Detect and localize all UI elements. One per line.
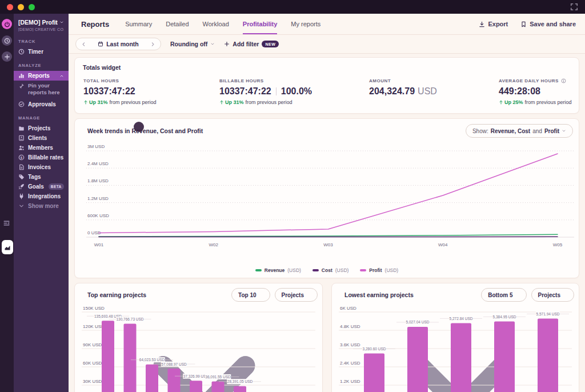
sidebar-item-label: Approvals xyxy=(28,101,56,107)
svg-text:90K USD: 90K USD xyxy=(83,342,102,347)
legend-swatch xyxy=(312,269,319,271)
tab-summary[interactable]: Summary xyxy=(125,14,152,34)
sidebar-item-members[interactable]: Members xyxy=(14,143,69,153)
show-mid: and xyxy=(532,128,542,134)
folder-icon xyxy=(18,125,25,131)
show-series-2: Profit xyxy=(544,128,559,134)
sidebar-nav: TRACKTimerANALYZEReportsPin your reports… xyxy=(14,39,69,211)
sidebar: [DEMO] Profita... [DEMO] CREATIVE CO... … xyxy=(14,14,69,392)
sidebar-item-timer[interactable]: Timer xyxy=(14,47,69,57)
dropdown-label: Top 10 xyxy=(238,292,256,298)
dropdown-label: Bottom 5 xyxy=(488,292,512,298)
window-close-button[interactable] xyxy=(7,4,13,10)
sidebar-item-label: Invoices xyxy=(28,164,51,170)
tag-icon xyxy=(18,174,25,180)
window-zoom-button[interactable] xyxy=(29,4,35,10)
svg-text:1.8M USD: 1.8M USD xyxy=(87,178,109,183)
lowest-earning-filters: Bottom 5Projects xyxy=(481,288,574,302)
sidebar-item-invoices[interactable]: Invoices xyxy=(14,162,69,172)
collapse-sidebar-icon[interactable] xyxy=(2,219,11,227)
sidebar-item-goals[interactable]: GoalsBETA xyxy=(14,182,69,191)
chevron-right-icon[interactable] xyxy=(150,42,155,47)
stat-change: Up 31%from previous period xyxy=(219,99,312,105)
svg-text:36,091.55 USD: 36,091.55 USD xyxy=(205,375,231,379)
legend-name: Cost xyxy=(322,267,332,273)
sidebar-item-reports[interactable]: Reports xyxy=(14,71,69,81)
svg-text:W01: W01 xyxy=(94,242,104,247)
svg-text:1.2M USD: 1.2M USD xyxy=(87,196,109,201)
chevron-down-icon xyxy=(515,293,520,297)
tab-my-reports[interactable]: My reports xyxy=(291,14,320,34)
totals-stats: TOTAL HOURS10337:47:22Up 31%from previou… xyxy=(75,76,579,113)
legend-item-revenue: Revenue (USD) xyxy=(255,267,301,273)
workspace-switcher[interactable]: [DEMO] Profita... xyxy=(18,19,64,26)
stat-total-hours: TOTAL HOURS10337:47:22Up 31%from previou… xyxy=(83,78,157,105)
show-series-dropdown[interactable]: Show: Revenue, Cost and Profit xyxy=(466,124,573,138)
sidebar-item-projects[interactable]: Projects xyxy=(14,123,69,133)
svg-text:3.6K USD: 3.6K USD xyxy=(340,342,360,347)
sidebar-item-approvals[interactable]: Approvals xyxy=(14,99,69,109)
app-logo-icon[interactable] xyxy=(2,19,12,29)
sidebar-item-billable-rates[interactable]: $Billable rates xyxy=(14,153,69,162)
stat-label-text: AMOUNT xyxy=(369,78,391,83)
chevron-left-icon[interactable] xyxy=(81,42,86,47)
dropdown-label: Projects xyxy=(282,292,304,298)
tabs: SummaryDetailedWorkloadProfitabilityMy r… xyxy=(125,14,320,34)
arrow-up-icon xyxy=(499,100,503,105)
clock-icon xyxy=(4,38,10,44)
tab-profitability[interactable]: Profitability xyxy=(243,14,278,34)
stat-amount: AMOUNT204,324.79USD xyxy=(369,78,437,97)
workspace-block: [DEMO] Profita... [DEMO] CREATIVE CO... xyxy=(14,14,69,33)
totals-widget-card: Totals widget TOTAL HOURS10337:47:22Up 3… xyxy=(74,57,579,114)
lowest-earning-projects-dropdown[interactable]: Projects xyxy=(531,288,574,302)
chart-legend: Revenue (USD)Cost (USD)Profit (USD) xyxy=(75,267,579,273)
page-title: Reports xyxy=(81,20,109,29)
stat-label: TOTAL HOURS xyxy=(83,78,157,83)
svg-text:5,272.84 USD: 5,272.84 USD xyxy=(450,317,473,321)
tab-workload[interactable]: Workload xyxy=(203,14,229,34)
sidebar-section-track: TRACK xyxy=(18,39,64,44)
export-label: Export xyxy=(488,21,508,27)
sidebar-item-show-more[interactable]: Show more xyxy=(14,201,69,211)
lowest-earning-bottom-5-dropdown[interactable]: Bottom 5 xyxy=(481,288,526,302)
legend-item-cost: Cost (USD) xyxy=(312,267,349,273)
calendar-icon xyxy=(98,41,103,47)
arrow-up-icon xyxy=(83,100,88,105)
svg-text:2.4M USD: 2.4M USD xyxy=(87,161,109,166)
svg-text:57,088.97 USD: 57,088.97 USD xyxy=(161,362,187,366)
sidebar-item-tags[interactable]: Tags xyxy=(14,172,69,182)
clock-icon xyxy=(18,49,25,55)
rail-timer-icon[interactable] xyxy=(2,35,12,46)
export-button[interactable]: Export xyxy=(479,21,508,27)
floating-chart-widget[interactable] xyxy=(2,240,13,254)
window-minimize-button[interactable] xyxy=(18,4,24,10)
stat-value: 10337:47:22 xyxy=(83,86,157,97)
sidebar-item-clients[interactable]: Clients xyxy=(14,133,69,143)
stat-label-text: TOTAL HOURS xyxy=(83,78,119,83)
top-earning-projects-dropdown[interactable]: Projects xyxy=(275,288,318,302)
lowest-earning-header: Lowest earning projects Bottom 5Projects xyxy=(332,283,579,302)
trend-up: Up 31% xyxy=(219,99,244,105)
svg-text:4.8K USD: 4.8K USD xyxy=(340,324,360,329)
lowest-earning-title: Lowest earning projects xyxy=(344,291,414,298)
sidebar-item-integrations[interactable]: Integrations xyxy=(14,191,69,201)
plug-icon xyxy=(18,193,25,199)
tab-detailed[interactable]: Detailed xyxy=(166,14,189,34)
stat-label: AMOUNT xyxy=(369,78,437,83)
svg-text:W05: W05 xyxy=(553,242,563,247)
top-earning-chart: 150K USD120K USD90K USD60K USD30K USD135… xyxy=(81,304,318,392)
top-earning-top-10-dropdown[interactable]: Top 10 xyxy=(231,288,270,302)
rail-add-icon[interactable] xyxy=(2,51,12,62)
svg-text:5,571.94 USD: 5,571.94 USD xyxy=(536,312,560,316)
save-and-share-button[interactable]: Save and share xyxy=(520,21,576,27)
lowest-earning-card: Lowest earning projects Bottom 5Projects… xyxy=(331,283,579,392)
header-actions: ExportSave and share xyxy=(479,21,576,27)
top-earning-card: Top earning projects Top 10Projects 150K… xyxy=(74,283,323,392)
stat-value-secondary: 100.0% xyxy=(281,86,312,97)
add-filter-button[interactable]: Add filter NEW xyxy=(224,41,279,47)
date-range-picker[interactable]: Last month xyxy=(75,38,161,50)
sidebar-section-analyze: ANALYZE xyxy=(18,63,64,68)
fullscreen-icon[interactable] xyxy=(570,3,578,11)
sidebar-item-pin-your-reports-here[interactable]: Pin your reports here xyxy=(14,81,69,99)
rounding-dropdown[interactable]: Rounding off xyxy=(170,41,215,47)
